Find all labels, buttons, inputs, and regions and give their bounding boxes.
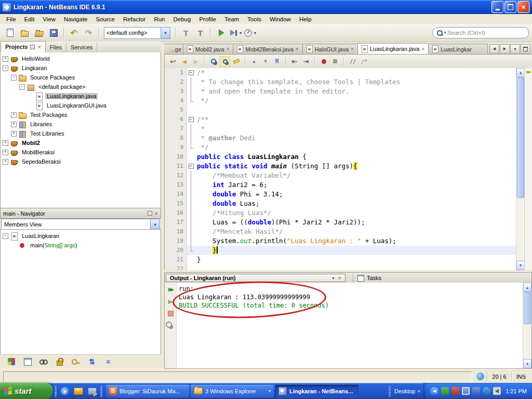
find-button[interactable] (208, 56, 219, 66)
code-line-9[interactable]: 9 */ (165, 143, 516, 152)
maximize-window-button[interactable] (521, 44, 530, 54)
close-tab-icon[interactable]: × (227, 46, 230, 52)
close-tab-icon[interactable]: × (351, 46, 354, 52)
update-status-icon[interactable] (476, 373, 484, 380)
desktop-toolbar[interactable]: Desktop » (384, 385, 423, 397)
tasks-tab[interactable]: Tasks (353, 274, 385, 283)
rerun-last-button[interactable] (166, 297, 175, 306)
tray-chevron-icon[interactable]: ◀ (430, 387, 438, 395)
code-line-7[interactable]: 7 * (165, 124, 516, 134)
shift-left-button[interactable] (289, 56, 300, 66)
close-tab-icon[interactable]: × (296, 46, 299, 52)
code-line-2[interactable]: 2 * To change this template, choose Tool… (165, 77, 516, 87)
project-node-sepedaberaksi[interactable]: +SepedaBeraksi (1, 157, 161, 166)
code-line-16[interactable]: 16 /*Hitung Luas*/ (165, 208, 516, 218)
ant-settings-button[interactable] (166, 321, 175, 330)
expand-icon[interactable]: + (3, 159, 8, 165)
output-tab[interactable]: Output - Lingkaran (run) ▼ × (166, 274, 345, 282)
code-line-14[interactable]: 14 double Phi = 3.14; (165, 190, 516, 199)
chevron-right-icon[interactable]: » (417, 388, 420, 394)
editor-tab-mobil2-java[interactable]: Mobil2.java× (183, 44, 233, 54)
editor-tab-luaslingkar[interactable]: LuasLingkar (428, 44, 487, 54)
toolbar-grip[interactable] (100, 385, 102, 397)
combo-arrow-icon[interactable]: ▼ (161, 28, 170, 38)
menu-team[interactable]: Team (220, 15, 243, 23)
menu-navigate[interactable]: Navigate (60, 15, 91, 23)
palette-button[interactable] (5, 355, 18, 368)
menu-refactor[interactable]: Refactor (119, 15, 150, 23)
inspect-button[interactable] (37, 355, 50, 368)
project-node-libraries[interactable]: +Libraries (1, 119, 161, 129)
toggle-highlight-button[interactable] (231, 56, 242, 66)
maximize-button[interactable] (504, 1, 516, 13)
panel-tab-files[interactable]: Files (46, 42, 66, 52)
project-node-test-libraries[interactable]: +Test Libraries (1, 129, 161, 138)
config-combo[interactable]: <default config> ▼ (104, 27, 170, 39)
scrollbar-thumb[interactable] (517, 77, 524, 198)
project-node-helloworld[interactable]: +HelloWorld (1, 54, 161, 63)
collapse-icon[interactable]: − (19, 84, 25, 90)
code-line-17[interactable]: 17 Luas = ((double)(Phi * Jari2 * Jari2)… (165, 218, 516, 227)
toggle-bookmark-button[interactable] (272, 56, 282, 66)
project-node-lingkaran[interactable]: −Lingkaran (1, 63, 161, 73)
taskbar-task-3-windows-explorer[interactable]: 3 Windows Explorer▾ (191, 385, 274, 397)
scroll-tabs-right-button[interactable] (500, 44, 510, 54)
code-line-22[interactable]: 22 (165, 264, 516, 270)
menu-help[interactable]: Help (295, 15, 316, 23)
code-line-20[interactable]: 20 } (165, 246, 516, 255)
network-icon[interactable] (472, 387, 480, 395)
messenger-icon[interactable] (483, 387, 490, 395)
clean-build-button[interactable] (193, 26, 207, 40)
project-node-mobilberaksi[interactable]: +MobilBeraksi (1, 148, 161, 157)
scroll-tabs-left-button[interactable] (489, 44, 499, 54)
code-line-15[interactable]: 15 double Luas; (165, 199, 516, 208)
next-bookmark-button[interactable] (260, 56, 271, 66)
menu-edit[interactable]: Edit (20, 15, 39, 23)
collapse-icon[interactable]: − (11, 75, 17, 81)
expand-icon[interactable]: + (3, 150, 8, 155)
project-node-luaslingkarangui-java[interactable]: LuasLingkaranGUI.java (1, 101, 161, 110)
code-line-21[interactable]: 21} (165, 255, 516, 264)
scroll-up-icon[interactable]: ▲ (523, 283, 531, 292)
keys-button[interactable] (70, 355, 82, 368)
code-line-8[interactable]: 8 * @author Dedi (165, 134, 516, 143)
project-node-test-packages[interactable]: +Test Packages (1, 110, 161, 119)
scroll-up-icon[interactable]: ▲ (516, 68, 525, 77)
stop-button[interactable] (166, 309, 175, 318)
dropdown-arrow-icon[interactable]: ▾ (254, 31, 256, 35)
navigator-header[interactable]: main - Navigator × (0, 208, 161, 219)
minimize-panel-icon[interactable] (148, 211, 152, 216)
close-button[interactable]: × (517, 1, 529, 13)
editor-scrollbar[interactable]: ▲ ▼ (516, 68, 525, 270)
code-area[interactable]: 1/*2 * To change this template, choose T… (165, 68, 516, 270)
debug-button[interactable]: ▾ (228, 26, 242, 40)
code-line-10[interactable]: 10public class LuasLingkaran { (165, 152, 516, 162)
project-node-mobil2[interactable]: +Mobil2 (1, 138, 161, 148)
rerun-button[interactable] (166, 285, 175, 294)
start-macro-button[interactable] (318, 56, 329, 66)
profile-button[interactable]: ▾ (243, 26, 257, 40)
redo-button[interactable] (82, 26, 96, 40)
minimize-button[interactable] (491, 1, 503, 13)
minimize-panel-icon[interactable] (30, 45, 35, 49)
scroll-down-icon[interactable]: ▼ (523, 359, 531, 368)
navigator-node-main-string-args[interactable]: main(String[] args) (1, 241, 161, 250)
menu-tools[interactable]: Tools (243, 15, 265, 23)
combo-arrow-icon[interactable]: ▼ (150, 219, 159, 230)
run-button[interactable] (214, 26, 228, 40)
code-line-3[interactable]: 3 * and open the template in the editor. (165, 87, 516, 96)
close-panel-icon[interactable]: × (37, 44, 41, 50)
uncomment-button[interactable] (359, 56, 369, 66)
project-node-source-packages[interactable]: −Source Packages (1, 73, 161, 82)
menu-view[interactable]: View (38, 15, 60, 23)
form-button[interactable] (21, 355, 34, 368)
code-line-5[interactable]: 5 (165, 105, 516, 115)
save-all-button[interactable] (47, 26, 61, 40)
expand-icon[interactable]: + (3, 56, 8, 62)
panel-tab-services[interactable]: Services (66, 42, 97, 52)
find-selection-button[interactable] (220, 56, 230, 66)
fold-collapse-icon[interactable] (187, 68, 195, 77)
code-line-6[interactable]: 6/** (165, 115, 516, 124)
menu-profile[interactable]: Profile (195, 15, 220, 23)
volume-icon[interactable] (493, 387, 501, 395)
